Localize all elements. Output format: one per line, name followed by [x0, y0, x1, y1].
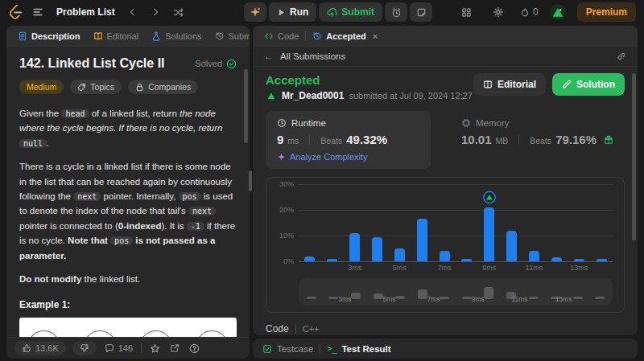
submission-detail: Accepted Mr_Dead0001 submitted at Jul 09… — [253, 67, 638, 335]
problem-title: 142. Linked List Cycle II — [19, 56, 165, 71]
runtime-card[interactable]: Runtime 9 ms Beats 49.32% Analyze Comple… — [266, 111, 431, 169]
x-tick-label: 5ms — [388, 261, 411, 272]
tab-solutions[interactable]: Solutions — [147, 26, 206, 47]
analyze-complexity-link[interactable]: Analyze Complexity — [277, 152, 419, 162]
chart-bar[interactable] — [523, 184, 546, 261]
chart-bar[interactable] — [299, 184, 321, 261]
copy-link-icon[interactable] — [617, 51, 626, 61]
run-button[interactable]: Run — [269, 2, 316, 22]
linked-list-diagram: 3 2 0 -4 — [19, 318, 237, 337]
chart-bar[interactable] — [590, 184, 613, 261]
favorite-star-icon[interactable] — [148, 342, 162, 355]
brush-bar-slot[interactable]: 13ms — [567, 278, 589, 306]
gift-icon — [604, 135, 613, 145]
dislike-button[interactable] — [72, 341, 97, 355]
chart-brush-bars[interactable]: 3ms5ms7ms9ms11ms13ms — [299, 278, 613, 306]
brush-bar-slot[interactable]: 5ms — [389, 278, 411, 306]
lock-icon — [135, 83, 144, 92]
chart-bar[interactable] — [321, 184, 344, 261]
brush-tick-label: 3ms — [338, 295, 351, 303]
all-submissions-bar: ← All Submissions — [253, 47, 638, 67]
submit-button[interactable]: Submit — [319, 2, 382, 22]
chart-bar[interactable] — [568, 184, 590, 261]
testcase-tab[interactable]: Testcase — [262, 344, 313, 354]
right-scrollbar[interactable] — [632, 73, 636, 240]
editor-tabstrip: Code Accepted × — [253, 26, 638, 47]
chart-bar[interactable] — [344, 184, 366, 261]
chart-bar[interactable] — [411, 184, 433, 261]
memory-card[interactable]: Memory 10.01 MB Beats 79.16% — [450, 111, 625, 154]
tab-submissions[interactable]: Submissions — [210, 26, 250, 47]
layout-grid-icon[interactable] — [456, 6, 477, 19]
editorial-button[interactable]: Editorial — [473, 73, 546, 96]
code-label: Code — [266, 323, 289, 334]
help-icon[interactable] — [188, 342, 201, 355]
y-tick-label: 10% — [279, 232, 294, 240]
brush-bar-slot[interactable]: 11ms — [522, 278, 545, 306]
debugger-sparkle-button[interactable] — [244, 2, 266, 22]
close-tab-icon[interactable]: × — [373, 31, 378, 41]
brush-bar-slot[interactable]: 7ms — [433, 278, 456, 306]
settings-gear-icon[interactable] — [488, 5, 509, 19]
x-tick-label — [590, 261, 613, 272]
tab-editorial[interactable]: Editorial — [89, 26, 144, 47]
chart-bar[interactable] — [366, 184, 389, 261]
test-result-tab[interactable]: >_ Test Result — [327, 344, 390, 354]
problem-list-button[interactable]: Problem List — [52, 4, 120, 20]
difficulty-badge[interactable]: Medium — [19, 80, 64, 94]
check-square-icon — [262, 344, 272, 354]
solved-status: Solved — [195, 59, 237, 69]
notes-icon[interactable] — [410, 2, 432, 22]
share-icon[interactable] — [168, 342, 181, 355]
x-tick-label — [366, 261, 389, 272]
like-button[interactable]: 13.6K — [14, 341, 66, 355]
runtime-beats: 49.32% — [346, 133, 387, 146]
brush-tick-label: 9ms — [472, 295, 485, 303]
thumbs-down-icon — [80, 343, 89, 353]
leetcode-logo-icon[interactable] — [8, 4, 24, 20]
brush-bar-slot[interactable] — [300, 278, 323, 306]
brush-bar-slot[interactable]: 9ms — [478, 278, 501, 306]
back-arrow-icon[interactable]: ← — [264, 51, 274, 62]
all-submissions-link[interactable]: All Submissions — [280, 51, 345, 61]
submitter-avatar — [266, 90, 277, 101]
chart-bar[interactable] — [501, 184, 523, 261]
brush-bar-slot[interactable] — [589, 278, 612, 306]
premium-button[interactable]: Premium — [577, 2, 636, 22]
tab-accepted[interactable]: Accepted × — [308, 26, 382, 47]
solution-button[interactable]: Solution — [552, 73, 625, 96]
result-panel: Code Accepted × ← All Submissions Accept… — [253, 26, 638, 335]
history-icon — [312, 31, 322, 41]
clock-icon — [277, 118, 287, 128]
user-avatar-marker — [482, 191, 496, 204]
y-tick-label: 0% — [283, 257, 294, 265]
tab-code[interactable]: Code — [259, 26, 303, 47]
chart-bar[interactable] — [478, 184, 501, 261]
left-scrollbar[interactable] — [244, 69, 248, 143]
problem-content: 142. Linked List Cycle II Solved Medium … — [6, 47, 250, 337]
timer-icon[interactable] — [385, 2, 407, 22]
submitter-name[interactable]: Mr_Dead0001 — [282, 90, 344, 101]
comments-button[interactable]: 146 — [103, 342, 134, 355]
chart-bar[interactable] — [388, 184, 411, 261]
panel-resize-handle[interactable] — [249, 170, 252, 191]
tab-description[interactable]: Description — [13, 26, 85, 47]
streak-counter[interactable]: 0 — [520, 6, 539, 18]
user-avatar[interactable] — [550, 4, 566, 20]
next-problem-button[interactable] — [146, 6, 165, 18]
console-bar: Testcase >_ Test Result — [253, 338, 638, 359]
x-tick-label — [501, 261, 523, 272]
chart-bar[interactable] — [433, 184, 456, 261]
chart-bar[interactable] — [545, 184, 568, 261]
chart-bar[interactable] — [456, 184, 478, 261]
topics-badge[interactable]: Topics — [70, 80, 122, 94]
brush-bar-slot[interactable]: 3ms — [345, 278, 367, 306]
y-tick-label: 30% — [279, 180, 294, 188]
companies-badge[interactable]: Companies — [128, 80, 198, 94]
x-tick-label: 9ms — [478, 261, 501, 272]
description: Given the head of a linked list, return … — [19, 106, 237, 286]
shuffle-icon[interactable] — [168, 6, 188, 19]
problem-list-menu-icon[interactable] — [27, 4, 48, 20]
prev-problem-button[interactable] — [123, 6, 142, 18]
runtime-chart-plot — [299, 184, 613, 261]
